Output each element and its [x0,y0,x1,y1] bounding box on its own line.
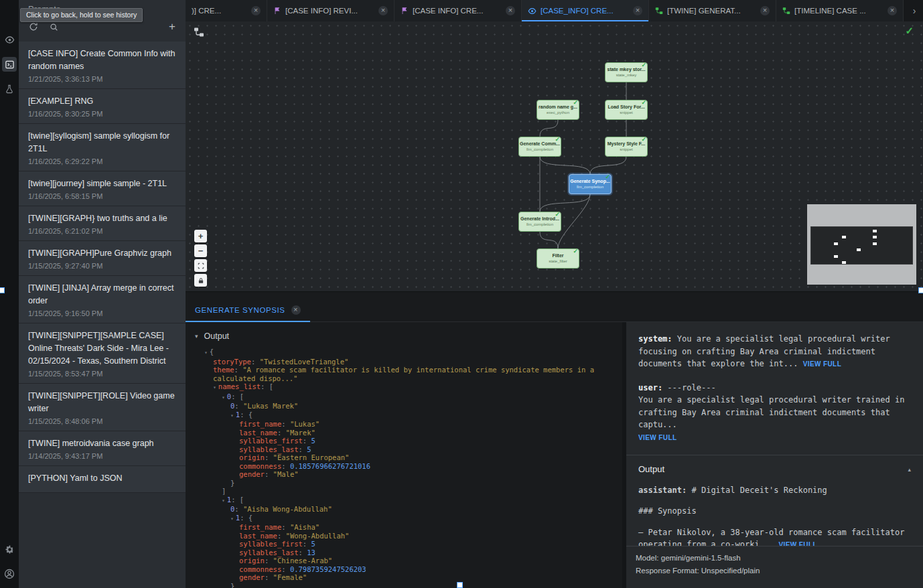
fit-view-button[interactable] [194,259,207,272]
flow-node[interactable]: Generate Comm...llm_completion✓ [518,137,561,157]
flow-icon [655,7,663,15]
flow-node[interactable]: Mystery Style F...snippet✓ [605,137,648,157]
close-icon[interactable]: × [291,305,301,315]
bottom-tab-label: GENERATE SYNOPSIS [195,306,285,314]
tab-5[interactable]: [TIMELINE] CASE ...× [776,0,904,21]
prompt-timestamp: 1/14/2025, 9:43:17 PM [28,452,176,460]
list-item[interactable]: [TWINE][SNIPPET][SAMPLE CASE] Online Thr… [19,323,186,384]
list-item[interactable]: [twine][syllogism] sample syllogism for … [19,124,186,171]
collapse-arrow-icon[interactable]: ▾ [230,516,234,522]
lock-icon[interactable] [194,274,207,287]
close-icon[interactable]: × [760,6,770,15]
minimap-node-dot [842,236,846,238]
json-line: ▾{ [194,348,622,358]
flow-node[interactable]: state mkey stor...state_mkey✓ [605,62,648,82]
divider-handle-left[interactable] [0,287,5,293]
chevron-down-icon[interactable]: ▾ [195,333,198,340]
model-label: Model: [636,554,659,562]
list-item[interactable]: [TWINE] [JINJA] Array merge in correct o… [19,276,186,323]
account-icon[interactable] [2,567,17,581]
collapse-arrow-icon[interactable]: ▾ [222,498,225,504]
prompts-panel-icon[interactable] [2,57,17,72]
output-json-panel: ▾ Output ▾{storyType: "TwistedLoveTriang… [186,322,626,588]
tab-2[interactable]: [CASE INFO] CRE...× [395,0,522,21]
close-icon[interactable]: × [633,6,642,15]
minimap-node-dot [873,230,877,232]
view-full-link[interactable]: VIEW FULL [638,434,677,441]
tab-0[interactable]: )] CRE...× [186,0,267,21]
check-icon: ✓ [555,136,560,143]
user-message: user: ---role--- You are a specialist le… [638,382,911,445]
tab-bar: )] CRE...×[CASE INFO] REVI...×[CASE INFO… [186,0,923,21]
check-icon: ✓ [573,248,578,254]
response-format-value: Unspecified/plain [701,567,760,575]
output-section-header: Output ▴ [626,455,923,484]
main-area: )] CRE...×[CASE INFO] REVI...×[CASE INFO… [186,0,923,588]
json-line: syllables_first: 5 [194,437,622,445]
flow-node[interactable]: Generate Synop...llm_completion✓ [569,174,612,194]
node-subtitle: snippet [606,147,647,153]
minimap[interactable] [807,204,916,285]
user-message-intro: ---role--- [667,383,715,392]
list-item[interactable]: [twine][journey] simple sample - 2T1L1/1… [19,171,186,206]
tab-4[interactable]: [TWINE] GENERAT...× [649,0,776,21]
resize-handle-bottom[interactable] [457,582,463,588]
add-prompt-button[interactable]: + [169,22,175,31]
messages-panel: system: You are a specialist legal proce… [626,322,923,588]
check-icon: ✓ [605,173,610,180]
collapse-arrow-icon[interactable]: ▾ [222,394,225,400]
json-line: first_name: "Lukas" [194,420,622,429]
output-section-title: Output [204,332,230,341]
tab-label: [TWINE] GENERAT... [667,7,756,15]
list-item[interactable]: [TWINE] metroidvania case graph1/14/2025… [19,431,186,466]
refresh-icon[interactable] [29,22,38,31]
settings-gear-icon[interactable] [2,542,17,557]
search-icon[interactable] [50,23,58,31]
prompt-title: [TWINE] metroidvania case graph [28,437,176,450]
flow-node[interactable]: random name g...exec_python✓ [537,100,579,120]
model-info: Model: gemini/gemini-1.5-flash Response … [626,546,923,588]
bottom-content: ▾ Output ▾{storyType: "TwistedLoveTriang… [186,322,923,588]
json-line: syllables_last: 13 [194,548,622,557]
bottom-tab-generate-synopsis[interactable]: GENERATE SYNOPSIS × [186,300,310,322]
collapse-arrow-icon[interactable]: ▾ [204,350,208,356]
flow-canvas[interactable]: ✓ + − state mkey stor...state_mkey✓rando… [186,21,923,292]
list-item[interactable]: [TWINE][GRAPH]Pure Graphviz graph1/15/20… [19,241,186,276]
close-icon[interactable]: × [251,6,261,15]
json-line: ▾names_list: [ [194,382,622,392]
flask-icon[interactable] [2,82,17,96]
prompt-timestamp: 1/15/2025, 8:53:47 PM [28,370,176,378]
divider-handle-right[interactable] [918,287,923,293]
close-icon[interactable]: × [506,6,515,15]
zoom-out-button[interactable]: − [194,244,207,257]
json-tree[interactable]: ▾{storyType: "TwistedLoveTriangle"theme:… [194,348,622,588]
list-item[interactable]: [EXAMPLE] RNG1/16/2025, 8:30:25 PM [19,89,186,124]
model-value: gemini/gemini-1.5-flash [661,554,741,562]
close-icon[interactable]: × [888,6,897,15]
flow-node[interactable]: Filterstate_filter✓ [537,248,579,269]
list-item[interactable]: [PYTHON] Yaml to JSON [19,466,186,493]
zoom-in-button[interactable]: + [194,230,207,242]
list-item[interactable]: [TWINE][GRAPH} two truths and a lie1/16/… [19,206,186,241]
system-role-label: system: [638,334,672,344]
flow-node[interactable]: Load Story For...snippet✓ [605,100,648,120]
json-line: gender: "Female" [194,573,622,582]
json-line: syllables_first: 5 [194,540,622,548]
view-full-link[interactable]: VIEW FULL [803,360,841,368]
system-message-text: You are a specialist legal procedural wr… [638,334,890,368]
json-line: ▾1: [ [194,496,622,506]
tab-1[interactable]: [CASE INFO] REVI...× [267,0,395,21]
close-icon[interactable]: × [378,6,388,15]
list-item[interactable]: [TWINE][SNIPPET][ROLE] Video game writer… [19,384,186,431]
chevron-up-icon[interactable]: ▴ [908,463,911,476]
prompt-title: [EXAMPLE] RNG [28,95,176,108]
collapse-arrow-icon[interactable]: ▾ [213,384,216,390]
minimap-node-dot [873,242,877,245]
messages-list: system: You are a specialist legal proce… [626,322,923,444]
collapse-arrow-icon[interactable]: ▾ [230,413,234,419]
eye-icon[interactable] [2,32,17,47]
tabs-overflow-chevron[interactable]: › [906,0,923,21]
list-item[interactable]: [CASE INFO] Create Common Info with rand… [19,42,186,89]
tab-3[interactable]: [CASE_INFO] CRE...× [522,0,649,21]
flow-node[interactable]: Generate Introd...llm_completion✓ [518,212,561,232]
